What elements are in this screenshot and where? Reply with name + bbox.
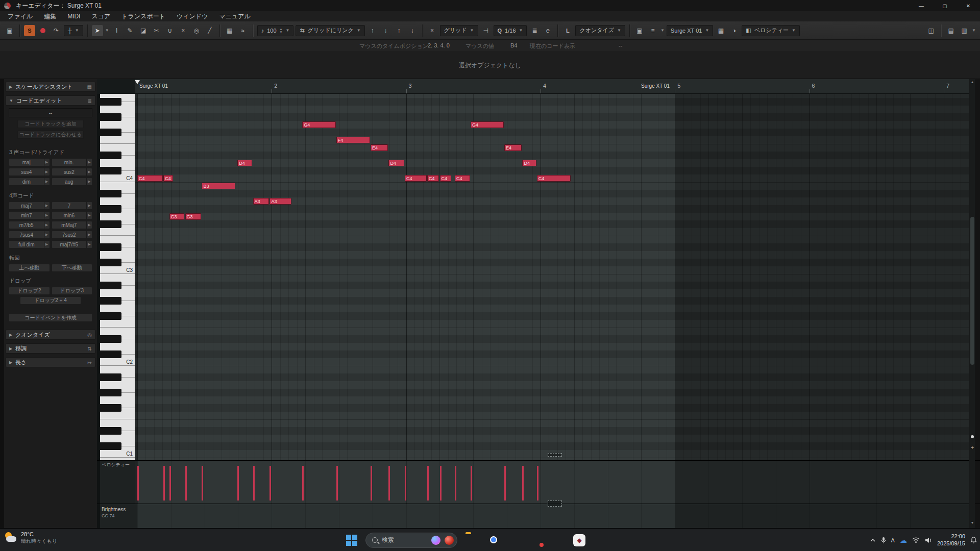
piano-key[interactable] (100, 366, 135, 373)
wifi-icon[interactable] (912, 537, 920, 543)
length-quantize-icon[interactable]: L (562, 25, 573, 36)
move-down-button[interactable]: ↓ (407, 25, 418, 36)
velocity-bar[interactable] (270, 466, 271, 500)
velocity-bar[interactable] (388, 466, 390, 500)
insert-velocity-spinner[interactable]: ♪ 100 ▲▼ ▼ (257, 25, 294, 36)
chord-button-dim[interactable]: dim▶ (9, 178, 50, 186)
velocity-bar[interactable] (237, 466, 239, 500)
midi-note[interactable]: F4 (336, 137, 370, 143)
quantize-panel-icon[interactable]: e (542, 25, 553, 36)
microphone-icon[interactable] (881, 537, 886, 544)
length-quantize-select[interactable]: クオンタイズ ▼ (575, 25, 625, 36)
taskbar-icon-app-purple[interactable] (530, 534, 543, 547)
midi-note[interactable]: E4 (371, 144, 388, 151)
chord-button-maj[interactable]: maj▶ (9, 158, 50, 166)
menu-item-6[interactable]: マニュアル (213, 11, 256, 21)
part-list-icon[interactable]: ≡ (647, 25, 658, 36)
add-chord-track-button[interactable]: コードトラックを追加 (17, 120, 84, 128)
lane-resize-grip[interactable] (548, 500, 562, 507)
chord-display-value[interactable]: -- (619, 42, 622, 48)
piano-key[interactable] (100, 289, 135, 297)
midi-note[interactable]: C4 (537, 175, 571, 182)
velocity-bar[interactable] (455, 466, 456, 500)
piano-key[interactable] (100, 94, 135, 98)
midi-note[interactable]: D4 (522, 160, 536, 166)
create-chord-event-button[interactable]: コードイベントを作成 (9, 313, 92, 322)
piano-key[interactable] (100, 435, 135, 442)
velocity-bar[interactable] (253, 466, 255, 500)
taskbar-clock[interactable]: 22:00 2025/09/15 (937, 533, 965, 547)
line-tool[interactable]: ╱ (204, 25, 215, 36)
zoom-tool[interactable]: ◎ (191, 25, 202, 36)
glue-tool[interactable]: ∪ (164, 25, 176, 36)
velocity-bar[interactable] (169, 466, 171, 500)
nudge-up-button[interactable]: ↑ (367, 25, 378, 36)
volume-icon[interactable] (925, 537, 932, 543)
velocity-bar[interactable] (440, 466, 442, 500)
piano-key[interactable] (100, 396, 135, 404)
range-tool[interactable]: I (111, 25, 122, 36)
piano-key[interactable] (100, 297, 135, 305)
piano-key[interactable] (100, 167, 135, 174)
section-length[interactable]: ▶ 長さ ↦ (6, 357, 95, 367)
midi-note[interactable]: D4 (237, 160, 252, 166)
menu-item-2[interactable]: MIDI (62, 11, 86, 21)
taskbar-icon-edge[interactable] (551, 534, 565, 547)
weather-widget[interactable]: 28°C 晴れ時々くもり (4, 531, 57, 544)
move-down-chord-button[interactable]: 下へ移動 (52, 264, 93, 272)
piano-key[interactable] (100, 136, 135, 144)
mouse-time-value[interactable]: 2. 3. 4. 0 (428, 42, 450, 48)
velocity-bar[interactable] (336, 466, 338, 500)
drop3-button[interactable]: ドロップ3 (52, 287, 93, 295)
piano-key[interactable]: C1 (100, 450, 135, 458)
match-chord-track-button[interactable]: コードトラックに合わせる (17, 131, 84, 139)
mouse-value-value[interactable]: B4 (510, 42, 517, 48)
midi-note[interactable]: A3 (253, 198, 270, 205)
velocity-bar[interactable] (537, 466, 538, 500)
piano-key[interactable] (100, 236, 135, 243)
velocity-bar[interactable] (302, 466, 304, 500)
chord-button-min7[interactable]: min7▶ (9, 211, 50, 219)
chord-button-sus4[interactable]: sus4▶ (9, 168, 50, 176)
midi-note[interactable]: G4 (302, 121, 336, 128)
chord-button-7sus2[interactable]: 7sus2▶ (52, 231, 93, 239)
piano-key[interactable] (100, 335, 135, 343)
piano-key[interactable] (100, 343, 135, 350)
piano-key[interactable]: C4 (100, 174, 135, 182)
piano-roll-grid[interactable]: C4C4G3G3B3D4A3A3G4F4E4D4C4C4C4C4G4E4D4C4 (135, 94, 969, 460)
chord-button-min6[interactable]: min6▶ (52, 211, 93, 219)
curve-display-icon[interactable]: ≈ (237, 25, 249, 36)
menu-item-0[interactable]: ファイル (2, 11, 38, 21)
piano-key[interactable] (100, 419, 135, 427)
piano-key[interactable] (100, 389, 135, 396)
chord-button-fulldim[interactable]: full dim▶ (9, 240, 50, 248)
piano-key[interactable] (100, 442, 135, 450)
taskbar-icon-app-blue[interactable] (508, 534, 522, 547)
close-button[interactable]: ✕ (957, 0, 980, 11)
midi-note[interactable]: G3 (169, 213, 185, 220)
add-lane-button[interactable]: + (969, 444, 975, 450)
move-up-button[interactable]: ↑ (394, 25, 405, 36)
length-adjust-icon[interactable]: ⊣ (480, 25, 492, 36)
midi-note[interactable]: C4 (405, 175, 427, 182)
piano-key[interactable]: C3 (100, 266, 135, 274)
timeline-ruler[interactable]: Surge XT 01 Surge XT 01 234567 (135, 79, 969, 94)
chord-button-maj7#5[interactable]: maj7/#5▶ (52, 240, 93, 248)
piano-key[interactable] (100, 373, 135, 381)
menu-item-1[interactable]: 編集 (38, 11, 62, 21)
piano-key[interactable] (100, 190, 135, 197)
setup-toolbar-icon[interactable]: ▣ (4, 25, 15, 36)
piano-key[interactable] (100, 228, 135, 236)
piano-key[interactable] (100, 251, 135, 259)
iterative-quantize-icon[interactable]: ≣ (529, 25, 540, 36)
midi-note[interactable]: C4 (427, 175, 439, 182)
link-to-grid-select[interactable]: ⇆ グリッドにリンク ▼ (296, 25, 364, 36)
piano-key[interactable] (100, 305, 135, 312)
piano-key[interactable] (100, 404, 135, 412)
velocity-bar[interactable] (405, 466, 406, 500)
taskbar-icon-explorer[interactable] (465, 534, 479, 547)
piano-keyboard[interactable]: C4C3C2C1 (100, 94, 135, 460)
velocity-stepper[interactable]: ▲▼ (280, 28, 283, 34)
piano-key[interactable] (100, 312, 135, 320)
erase-tool[interactable]: ◪ (138, 25, 149, 36)
